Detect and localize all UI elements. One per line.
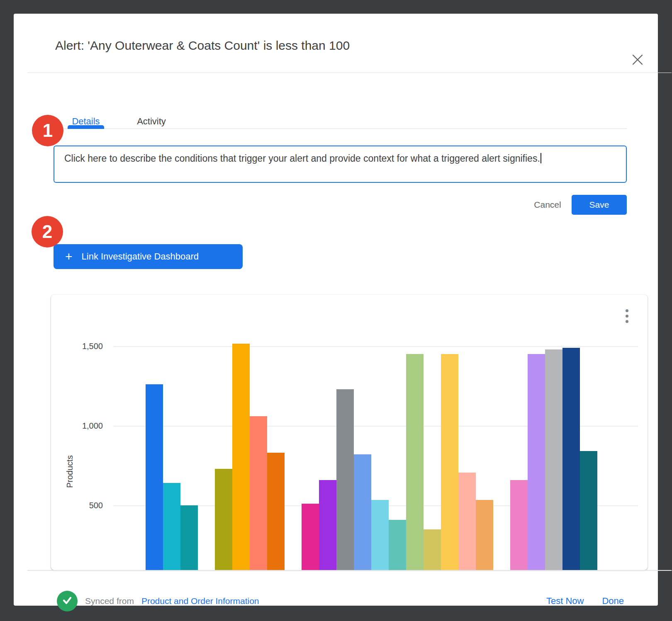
bar [545,349,562,570]
close-icon [632,54,643,66]
bar [458,473,476,570]
step-badge-1-number: 1 [43,120,53,141]
step-badge-2-number: 2 [42,221,52,242]
y-tick-label: 1,000 [63,420,103,432]
bar [476,500,493,570]
bar [389,520,406,570]
save-button[interactable]: Save [572,195,627,215]
close-button[interactable] [628,51,647,69]
tab-divider [54,129,627,129]
bar [336,389,354,570]
bar [267,453,285,570]
dialog-title: Alert: 'Any Outerwear & Coats Count' is … [55,37,594,54]
cancel-button[interactable]: Cancel [525,195,570,215]
active-tab-indicator [68,125,104,129]
bar [215,469,232,570]
chart-card: Products 1,5001,000500 [51,295,648,570]
sync-status: Synced from Product and Order Informatio… [57,591,259,611]
bar [510,480,528,570]
done-button[interactable]: Done [602,596,624,606]
link-investigative-dashboard-button[interactable]: + Link Investigative Dashboard [54,244,243,269]
tab-activity[interactable]: Activity [129,114,174,129]
bar [371,500,389,570]
y-tick-label: 500 [63,499,103,512]
kebab-vertical-icon [626,309,628,312]
alert-description-input[interactable]: Click here to describe the conditions th… [54,146,627,183]
tab-activity-label: Activity [137,116,166,127]
gridline [113,346,638,347]
footer-actions: Test Now Done [546,591,624,611]
header-divider [27,73,672,73]
bar [580,451,597,570]
alert-description-text: Click here to describe the conditions th… [64,153,540,164]
bar [319,480,336,570]
synced-from-label: Synced from [85,596,134,606]
link-investigative-dashboard-label: Link Investigative Dashboard [82,251,199,262]
bar [424,529,441,570]
synced-source-link[interactable]: Product and Order Information [141,596,259,606]
bar [146,384,163,570]
bar [528,354,545,570]
bar [163,483,180,570]
y-tick-label: 1,500 [63,340,103,352]
checkmark-icon [61,594,73,609]
test-now-button[interactable]: Test Now [546,596,584,606]
bar [180,505,198,570]
chart-menu-button[interactable] [618,304,635,328]
step-badge-2: 2 [32,216,63,247]
bar [250,416,267,570]
footer-divider [27,570,672,571]
text-caret [541,153,541,163]
y-axis-label: Products [63,434,76,509]
synced-check-badge [57,591,78,611]
bar [406,354,424,570]
step-badge-1: 1 [32,115,63,146]
bar [232,344,250,570]
alert-dialog: Alert: 'Any Outerwear & Coats Count' is … [14,14,658,606]
bar [354,454,371,570]
bar [562,348,580,570]
bar [302,504,319,570]
plus-icon: + [65,250,73,263]
bar [441,354,458,570]
screenshot-stage: Alert: 'Any Outerwear & Coats Count' is … [0,0,672,621]
